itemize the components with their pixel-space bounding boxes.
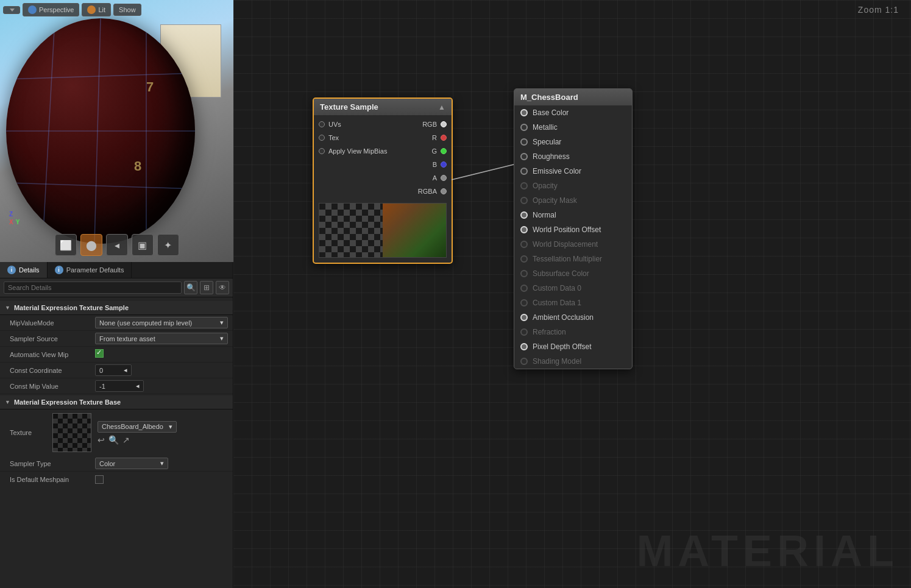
lit-icon [87, 5, 96, 14]
axis-y-label: Y [16, 219, 20, 225]
node-texture-pins: UVs RGB Tex R [314, 115, 452, 200]
viewport-dropdown-btn[interactable] [3, 6, 20, 14]
sphere-number-8: 8 [134, 158, 141, 174]
mat-pin-roughness: Roughness [514, 149, 632, 164]
mip-value-mode-row: MipValueMode None (use computed mip leve… [0, 315, 233, 331]
search-button[interactable]: 🔍 [184, 281, 197, 294]
pin-row-tex: Tex R [314, 131, 452, 144]
sampler-type-dropdown[interactable]: Color ▾ [95, 458, 168, 469]
const-coord-stepper[interactable]: ◂ [124, 366, 127, 374]
auto-view-mip-row: Automatic View Mip [0, 347, 233, 363]
viewport-sphere: 7 8 [6, 18, 195, 244]
mat-pin-tessellation: Tessellation Multiplier [514, 252, 632, 266]
texture-action-icons: ↩ 🔍 ↗ [97, 435, 177, 445]
sampler-source-dropdown[interactable]: From texture asset ▾ [95, 333, 228, 344]
viewport-tool-2-sphere[interactable]: ⬤ [80, 234, 102, 256]
search-input[interactable] [4, 282, 182, 294]
pin-rgb-right: RGB [422, 121, 447, 128]
const-coord-input[interactable]: 0 ◂ [95, 364, 132, 376]
texture-thumbnail [52, 413, 91, 452]
mat-pin-shading-model-circle [520, 358, 528, 365]
axis-x-label: X [9, 219, 13, 225]
auto-view-mip-value [95, 349, 228, 360]
node-material-pins: Base Color Metallic Specular Roughness E… [514, 105, 632, 369]
node-material-title: M_ChessBoard [520, 93, 578, 102]
mat-pin-base-color-label: Base Color [533, 108, 569, 117]
node-collapse-button[interactable]: ▲ [438, 103, 445, 112]
details-tab-icon: i [7, 266, 16, 274]
pin-row-apply: Apply View MipBias G [314, 144, 452, 158]
viewport-tool-5[interactable]: ✦ [157, 234, 179, 256]
show-btn[interactable]: Show [113, 4, 141, 16]
mat-pin-world-disp: World Displacement [514, 237, 632, 252]
lit-btn[interactable]: Lit [82, 3, 111, 16]
texture-reset-icon[interactable]: ↩ [97, 435, 105, 445]
const-mip-stepper[interactable]: ◂ [136, 382, 140, 390]
show-label: Show [119, 6, 136, 13]
perspective-btn[interactable]: Perspective [23, 3, 79, 16]
param-tab-label: Parameter Defaults [66, 266, 124, 274]
viewport-tool-3[interactable]: ◂ [106, 234, 128, 256]
details-panel: i Details i Parameter Defaults 🔍 ⊞ 👁 ▼ M… [0, 262, 233, 588]
mat-pin-opacity-mask-circle [520, 197, 528, 204]
pin-row-a: A [314, 171, 452, 185]
mat-pin-emissive-label: Emissive Color [533, 167, 581, 175]
mat-pin-metallic: Metallic [514, 120, 632, 135]
viewport-tool-1[interactable]: ⬜ [55, 234, 77, 256]
pin-g-label: G [431, 147, 437, 155]
auto-view-mip-checkbox[interactable] [95, 349, 104, 358]
node-material-chessboard[interactable]: M_ChessBoard Base Color Metallic Specula… [514, 88, 633, 369]
const-coord-row: Const Coordinate 0 ◂ [0, 363, 233, 378]
mip-value-dropdown[interactable]: None (use computed mip level) ▾ [95, 317, 228, 328]
eye-filter-button[interactable]: 👁 [216, 281, 229, 294]
section2-label: Material Expression Texture Base [14, 398, 121, 406]
mat-pin-opacity-circle [520, 182, 528, 190]
preview-chess-pattern [319, 204, 383, 257]
pin-rgb-label: RGB [422, 121, 437, 128]
mat-pin-custom0: Custom Data 0 [514, 281, 632, 296]
texture-name-area: ChessBoard_Albedo ▾ ↩ 🔍 ↗ [97, 421, 177, 445]
mat-pin-refraction-circle [520, 328, 528, 336]
pin-uvs-label: UVs [328, 121, 341, 128]
sphere-number-7: 7 [146, 79, 154, 95]
texture-search-icon[interactable]: 🔍 [108, 435, 119, 445]
const-coord-value: 0 ◂ [95, 364, 228, 376]
texture-name-text: ChessBoard_Albedo [102, 423, 163, 430]
auto-view-mip-label: Automatic View Mip [10, 351, 95, 358]
mip-dropdown-arrow: ▾ [220, 319, 224, 327]
mat-pin-opacity-label: Opacity [533, 182, 558, 190]
tab-parameter-defaults[interactable]: i Parameter Defaults [48, 262, 132, 278]
pin-row-rgba: RGBA [314, 185, 452, 198]
pin-a-circle [441, 175, 447, 181]
svg-line-3 [6, 73, 195, 79]
pin-tex-label: Tex [328, 134, 339, 141]
mat-pin-base-color-circle [520, 109, 528, 116]
filter-grid-button[interactable]: ⊞ [200, 281, 213, 294]
details-tab-label: Details [19, 266, 40, 274]
node-texture-sample-header: Texture Sample ▲ [314, 99, 452, 115]
mat-pin-emissive: Emissive Color [514, 164, 632, 179]
section-texture-base[interactable]: ▼ Material Expression Texture Base [0, 395, 233, 409]
pin-g-circle [441, 148, 447, 154]
node-texture-sample[interactable]: Texture Sample ▲ UVs RGB Tex [313, 97, 453, 264]
mat-pin-ao-label: Ambient Occlusion [533, 313, 594, 322]
mip-value-text: None (use computed mip level) [99, 319, 192, 327]
meshpain-label: Is Default Meshpain [10, 476, 95, 483]
texture-name-arrow: ▾ [169, 423, 172, 431]
pin-apply-label: Apply View MipBias [328, 147, 387, 155]
sampler-type-text: Color [99, 460, 115, 467]
axis-z-label: Z [9, 211, 13, 218]
texture-name-dropdown[interactable]: ChessBoard_Albedo ▾ [97, 421, 177, 433]
tab-details[interactable]: i Details [0, 262, 48, 278]
const-mip-input[interactable]: -1 ◂ [95, 380, 144, 392]
zoom-indicator: Zoom 1:1 [858, 5, 899, 15]
texture-open-icon[interactable]: ↗ [122, 435, 130, 445]
meshpain-checkbox[interactable] [95, 475, 104, 484]
viewport-tool-4[interactable]: ▣ [132, 234, 154, 256]
texture-row: Texture ChessBoard_Albedo ▾ ↩ 🔍 ↗ [0, 409, 233, 456]
const-coord-label: Const Coordinate [10, 367, 95, 374]
section-texture-sample[interactable]: ▼ Material Expression Texture Sample [0, 301, 233, 315]
mat-pin-custom1: Custom Data 1 [514, 296, 632, 310]
node-material-header: M_ChessBoard [514, 89, 632, 105]
const-mip-value: -1 ◂ [95, 380, 228, 392]
